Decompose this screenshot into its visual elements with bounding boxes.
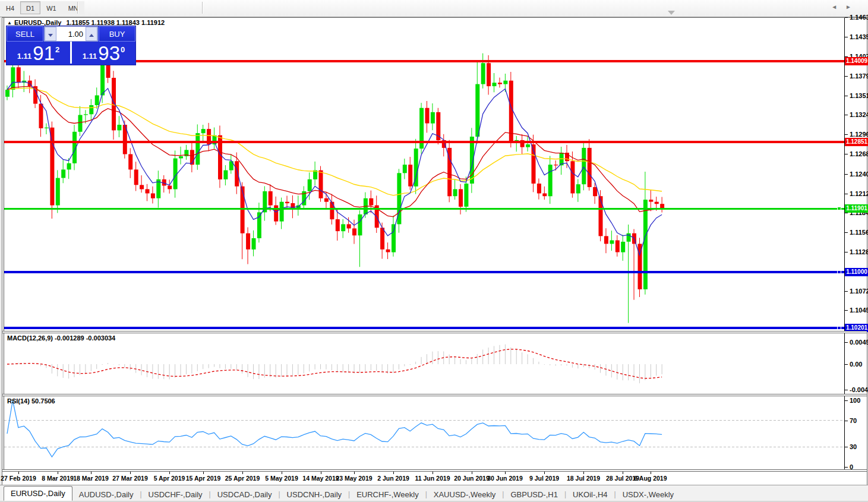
chart-tab-usdchf-daily[interactable]: USDCHF-,Daily <box>142 488 209 501</box>
date-tick <box>583 472 584 474</box>
buy-price-pipette: 0 <box>121 45 125 54</box>
chart-tab-eurchf-weekly[interactable]: EURCHF-,Weekly <box>350 488 425 501</box>
volume-input[interactable] <box>56 27 86 41</box>
chart-tab-xauusd-weekly[interactable]: XAUUSD-,Weekly <box>427 488 503 501</box>
main-macd-divider[interactable] <box>2 331 867 333</box>
chart-tab-ukoil-h4[interactable]: UKOil-,H4 <box>566 488 614 501</box>
timeframe-button-w1[interactable]: W1 <box>40 1 62 14</box>
date-tick-label: 18 Mar 2019 <box>73 475 109 482</box>
date-tick-label: 8 Mar 2019 <box>42 475 74 482</box>
sell-button[interactable]: SELL <box>7 26 43 42</box>
date-tick <box>393 472 394 474</box>
toolbar-separator <box>77 2 78 14</box>
date-tick <box>623 472 623 474</box>
volume-stepper <box>44 26 98 42</box>
rsi-label: RSI(14) 50.7506 <box>7 397 55 405</box>
moving-averages <box>7 82 662 255</box>
scroll-to-end-icon[interactable] <box>668 11 675 15</box>
sell-price[interactable]: 1.11912 <box>7 42 70 64</box>
date-tick <box>651 472 651 474</box>
sell-price-prefix: 1.11 <box>17 52 32 61</box>
mt4-terminal: H4D1W1MN ▲EURUSD-,Daily1.11855 1.11938 1… <box>0 0 868 502</box>
main-chart-canvas[interactable] <box>2 18 867 471</box>
collapse-icon[interactable]: ▲ <box>7 20 12 26</box>
price-label-1.11901: 1.11901 <box>845 204 868 213</box>
buy-price[interactable]: 1.11930 <box>72 42 135 64</box>
tab-scroll-left-icon[interactable]: ◄ <box>831 4 845 10</box>
timeframe-button-d1[interactable]: D1 <box>20 1 40 14</box>
date-tick-label: 23 May 2019 <box>336 475 372 482</box>
date-tick-label: 27 Mar 2019 <box>112 475 148 482</box>
date-tick <box>472 472 472 474</box>
timeframe-button-h4[interactable]: H4 <box>0 1 20 14</box>
date-tick-label: 11 Jun 2019 <box>415 475 450 482</box>
date-tick <box>321 472 321 474</box>
date-tick-label: 15 Apr 2019 <box>186 475 221 482</box>
date-tick <box>18 472 19 474</box>
candles <box>5 28 664 323</box>
volume-decrease-button[interactable] <box>45 27 56 41</box>
chart-window: ▲EURUSD-,Daily1.11855 1.11938 1.11843 1.… <box>2 17 867 485</box>
buy-button[interactable]: BUY <box>99 26 135 42</box>
date-axis[interactable]: 27 Feb 20198 Mar 201918 Mar 201927 Mar 2… <box>2 472 867 484</box>
date-tick <box>505 472 506 474</box>
date-tick <box>354 472 355 474</box>
date-tick-label: 20 Jun 2019 <box>454 475 490 482</box>
sell-price-digits: 91 <box>33 45 55 62</box>
timeframe-button-mn[interactable]: MN <box>62 1 84 14</box>
date-tick-label: 9 Jul 2019 <box>529 475 559 482</box>
tab-scroll-arrows[interactable]: ◄► <box>831 4 860 10</box>
horizontal-line-1.10201[interactable] <box>4 327 844 329</box>
horizontal-line-1.12851[interactable] <box>4 141 844 143</box>
price-label-1.14009: 1.14009 <box>845 57 868 65</box>
date-tick <box>544 472 545 474</box>
line-handle[interactable] <box>837 207 841 210</box>
date-tick-label: 30 Jun 2019 <box>487 475 523 482</box>
chart-tab-usdx-weekly[interactable]: USDX-,Weekly <box>616 488 680 501</box>
date-tick <box>203 472 204 474</box>
date-tick-label: 2 Jun 2019 <box>377 475 409 482</box>
chart-tab-usdcad-daily[interactable]: USDCAD-,Daily <box>211 488 279 501</box>
buy-price-digits: 93 <box>98 45 120 62</box>
chart-tab-eurusd-daily[interactable]: EURUSD-,Daily <box>4 486 72 501</box>
date-tick <box>242 472 243 474</box>
chart-tab-audusd-daily[interactable]: AUDUSD-,Daily <box>72 488 140 501</box>
date-tick <box>130 472 131 474</box>
chevron-down-icon <box>48 34 53 37</box>
date-tick-label: 27 Feb 2019 <box>1 475 36 482</box>
volume-increase-button[interactable] <box>86 27 97 41</box>
macd-rsi-divider[interactable] <box>2 394 867 396</box>
price-label-1.11000: 1.11000 <box>845 268 868 276</box>
horizontal-line-1.11000[interactable] <box>4 271 844 273</box>
date-tick <box>282 472 282 474</box>
chart-tab-usdcnh-daily[interactable]: USDCNH-,Daily <box>280 488 348 501</box>
toolbar-separator <box>202 2 203 14</box>
date-tick-label: 14 May 2019 <box>302 475 339 482</box>
date-tick <box>169 472 170 474</box>
line-handle[interactable] <box>837 270 841 274</box>
price-label-1.12851: 1.12851 <box>845 138 868 146</box>
line-handle[interactable] <box>837 326 841 330</box>
rsi-panel-series <box>4 400 844 457</box>
horizontal-line-1.11901[interactable] <box>4 208 844 210</box>
rsi-line <box>7 400 662 457</box>
date-tick-label: 18 Jul 2019 <box>567 475 600 482</box>
one-click-trading-panel: SELL BUY 1.11912 1.11930 <box>6 26 136 65</box>
chart-tab-gbpusd-h1[interactable]: GBPUSD-,H1 <box>504 488 564 501</box>
chevron-up-icon <box>89 34 94 37</box>
date-tick <box>58 472 58 474</box>
sell-price-pipette: 2 <box>55 45 59 54</box>
macd-histogram <box>7 345 662 384</box>
date-tick-label: 25 Apr 2019 <box>225 475 260 482</box>
date-tick-label: 5 May 2019 <box>265 475 298 482</box>
macd-signal-line <box>7 349 662 378</box>
date-tick <box>433 472 433 474</box>
buy-price-prefix: 1.11 <box>83 52 97 61</box>
timeframe-toolbar: H4D1W1MN <box>0 0 868 17</box>
chart-tab-bar: EURUSD-,DailyAUDUSD-,Daily|USDCHF-,Daily… <box>0 485 868 501</box>
date-tick-label: 6 Aug 2019 <box>634 475 667 482</box>
macd-label: MACD(12,26,9) -0.001289 -0.003034 <box>7 334 115 342</box>
date-tick <box>91 472 91 474</box>
tab-scroll-right-icon[interactable]: ► <box>845 4 860 10</box>
date-tick-label: 5 Apr 2019 <box>154 475 185 482</box>
